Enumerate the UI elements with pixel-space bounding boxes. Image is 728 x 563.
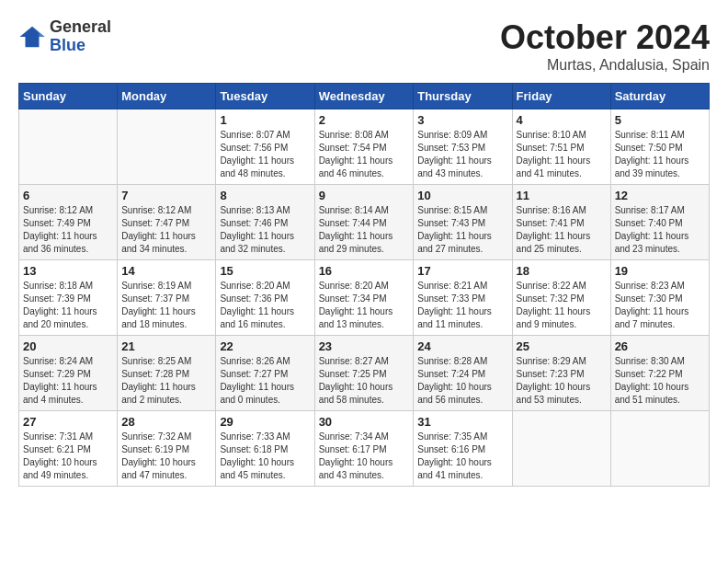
day-info: Sunrise: 8:17 AM Sunset: 7:40 PM Dayligh… <box>615 204 705 256</box>
day-info: Sunrise: 8:14 AM Sunset: 7:44 PM Dayligh… <box>319 204 410 256</box>
calendar-cell: 10Sunrise: 8:15 AM Sunset: 7:43 PM Dayli… <box>414 185 512 260</box>
calendar-cell: 19Sunrise: 8:23 AM Sunset: 7:30 PM Dayli… <box>610 260 709 336</box>
calendar-cell: 2Sunrise: 8:08 AM Sunset: 7:54 PM Daylig… <box>314 109 414 185</box>
day-number: 22 <box>220 339 310 353</box>
day-info: Sunrise: 8:13 AM Sunset: 7:46 PM Dayligh… <box>220 204 310 256</box>
day-info: Sunrise: 8:07 AM Sunset: 7:56 PM Dayligh… <box>220 129 310 180</box>
day-number: 4 <box>517 113 607 127</box>
location-title: Murtas, Andalusia, Spain <box>500 57 710 74</box>
calendar-cell: 26Sunrise: 8:30 AM Sunset: 7:22 PM Dayli… <box>610 336 709 411</box>
calendar-cell: 9Sunrise: 8:14 AM Sunset: 7:44 PM Daylig… <box>314 185 414 260</box>
day-number: 3 <box>417 113 507 127</box>
logo: General Blue <box>18 18 111 55</box>
day-info: Sunrise: 8:20 AM Sunset: 7:36 PM Dayligh… <box>220 280 310 331</box>
day-info: Sunrise: 8:18 AM Sunset: 7:39 PM Dayligh… <box>23 280 113 331</box>
day-info: Sunrise: 8:19 AM Sunset: 7:37 PM Dayligh… <box>121 280 211 331</box>
day-number: 20 <box>23 339 113 353</box>
calendar-cell: 13Sunrise: 8:18 AM Sunset: 7:39 PM Dayli… <box>19 260 118 336</box>
day-info: Sunrise: 7:32 AM Sunset: 6:19 PM Dayligh… <box>121 431 211 482</box>
day-info: Sunrise: 8:09 AM Sunset: 7:53 PM Dayligh… <box>417 129 507 180</box>
calendar-cell: 29Sunrise: 7:33 AM Sunset: 6:18 PM Dayli… <box>216 411 314 487</box>
day-info: Sunrise: 7:34 AM Sunset: 6:17 PM Dayligh… <box>319 431 410 482</box>
day-info: Sunrise: 8:10 AM Sunset: 7:51 PM Dayligh… <box>517 129 607 180</box>
day-info: Sunrise: 7:35 AM Sunset: 6:16 PM Dayligh… <box>417 431 507 482</box>
calendar-week-row: 20Sunrise: 8:24 AM Sunset: 7:29 PM Dayli… <box>19 336 710 411</box>
calendar-cell <box>118 109 216 185</box>
calendar-week-row: 27Sunrise: 7:31 AM Sunset: 6:21 PM Dayli… <box>19 411 710 487</box>
calendar-cell: 22Sunrise: 8:26 AM Sunset: 7:27 PM Dayli… <box>216 336 314 411</box>
calendar-cell: 7Sunrise: 8:12 AM Sunset: 7:47 PM Daylig… <box>118 185 216 260</box>
month-title: October 2024 <box>500 18 710 57</box>
day-number: 21 <box>121 339 211 353</box>
logo-text: General Blue <box>50 18 111 55</box>
day-header-thursday: Thursday <box>414 84 512 109</box>
calendar-cell: 6Sunrise: 8:12 AM Sunset: 7:49 PM Daylig… <box>19 185 118 260</box>
calendar-cell: 11Sunrise: 8:16 AM Sunset: 7:41 PM Dayli… <box>512 185 610 260</box>
day-header-saturday: Saturday <box>610 84 709 109</box>
calendar-cell <box>19 109 118 185</box>
calendar-cell: 24Sunrise: 8:28 AM Sunset: 7:24 PM Dayli… <box>414 336 512 411</box>
day-info: Sunrise: 8:29 AM Sunset: 7:23 PM Dayligh… <box>517 355 607 407</box>
logo-general-text: General <box>50 17 111 36</box>
page-header: General Blue October 2024 Murtas, Andalu… <box>18 18 710 74</box>
day-header-friday: Friday <box>512 84 610 109</box>
day-info: Sunrise: 8:11 AM Sunset: 7:50 PM Dayligh… <box>615 129 705 180</box>
calendar-cell: 3Sunrise: 8:09 AM Sunset: 7:53 PM Daylig… <box>414 109 512 185</box>
title-area: October 2024 Murtas, Andalusia, Spain <box>500 18 710 74</box>
day-info: Sunrise: 8:24 AM Sunset: 7:29 PM Dayligh… <box>23 355 113 407</box>
day-info: Sunrise: 8:27 AM Sunset: 7:25 PM Dayligh… <box>319 355 410 407</box>
day-number: 24 <box>417 339 507 353</box>
day-number: 2 <box>319 113 410 127</box>
day-info: Sunrise: 7:31 AM Sunset: 6:21 PM Dayligh… <box>23 431 113 482</box>
calendar-cell: 14Sunrise: 8:19 AM Sunset: 7:37 PM Dayli… <box>118 260 216 336</box>
day-number: 15 <box>220 264 310 278</box>
calendar-cell: 17Sunrise: 8:21 AM Sunset: 7:33 PM Dayli… <box>414 260 512 336</box>
day-info: Sunrise: 8:12 AM Sunset: 7:47 PM Dayligh… <box>121 204 211 256</box>
day-info: Sunrise: 8:16 AM Sunset: 7:41 PM Dayligh… <box>517 204 607 256</box>
day-info: Sunrise: 8:25 AM Sunset: 7:28 PM Dayligh… <box>121 355 211 407</box>
day-number: 8 <box>220 189 310 202</box>
calendar-cell: 28Sunrise: 7:32 AM Sunset: 6:19 PM Dayli… <box>118 411 216 487</box>
day-number: 16 <box>319 264 410 278</box>
calendar-cell: 30Sunrise: 7:34 AM Sunset: 6:17 PM Dayli… <box>314 411 414 487</box>
logo-blue-text: Blue <box>50 36 85 54</box>
day-number: 1 <box>220 113 310 127</box>
day-number: 29 <box>220 415 310 429</box>
day-number: 18 <box>517 264 607 278</box>
day-number: 6 <box>23 189 113 202</box>
day-info: Sunrise: 7:33 AM Sunset: 6:18 PM Dayligh… <box>220 431 310 482</box>
calendar-cell: 5Sunrise: 8:11 AM Sunset: 7:50 PM Daylig… <box>610 109 709 185</box>
day-number: 12 <box>615 189 705 202</box>
day-number: 31 <box>417 415 507 429</box>
day-info: Sunrise: 8:22 AM Sunset: 7:32 PM Dayligh… <box>517 280 607 331</box>
day-number: 28 <box>121 415 211 429</box>
day-info: Sunrise: 8:15 AM Sunset: 7:43 PM Dayligh… <box>417 204 507 256</box>
calendar-cell: 15Sunrise: 8:20 AM Sunset: 7:36 PM Dayli… <box>216 260 314 336</box>
day-number: 30 <box>319 415 410 429</box>
day-info: Sunrise: 8:21 AM Sunset: 7:33 PM Dayligh… <box>417 280 507 331</box>
day-info: Sunrise: 8:12 AM Sunset: 7:49 PM Dayligh… <box>23 204 113 256</box>
calendar-cell: 12Sunrise: 8:17 AM Sunset: 7:40 PM Dayli… <box>610 185 709 260</box>
day-info: Sunrise: 8:28 AM Sunset: 7:24 PM Dayligh… <box>417 355 507 407</box>
calendar-cell: 18Sunrise: 8:22 AM Sunset: 7:32 PM Dayli… <box>512 260 610 336</box>
calendar-cell: 31Sunrise: 7:35 AM Sunset: 6:16 PM Dayli… <box>414 411 512 487</box>
calendar-cell: 16Sunrise: 8:20 AM Sunset: 7:34 PM Dayli… <box>314 260 414 336</box>
calendar-table: SundayMondayTuesdayWednesdayThursdayFrid… <box>18 83 710 487</box>
day-number: 17 <box>417 264 507 278</box>
day-number: 23 <box>319 339 410 353</box>
calendar-week-row: 1Sunrise: 8:07 AM Sunset: 7:56 PM Daylig… <box>19 109 710 185</box>
calendar-header-row: SundayMondayTuesdayWednesdayThursdayFrid… <box>19 84 710 109</box>
day-number: 26 <box>615 339 705 353</box>
day-header-wednesday: Wednesday <box>314 84 414 109</box>
day-header-monday: Monday <box>118 84 216 109</box>
logo-icon <box>18 23 46 51</box>
day-info: Sunrise: 8:20 AM Sunset: 7:34 PM Dayligh… <box>319 280 410 331</box>
day-number: 11 <box>517 189 607 202</box>
day-number: 7 <box>121 189 211 202</box>
day-number: 25 <box>517 339 607 353</box>
calendar-cell <box>512 411 610 487</box>
calendar-cell <box>610 411 709 487</box>
day-number: 14 <box>121 264 211 278</box>
day-number: 10 <box>417 189 507 202</box>
day-info: Sunrise: 8:30 AM Sunset: 7:22 PM Dayligh… <box>615 355 705 407</box>
